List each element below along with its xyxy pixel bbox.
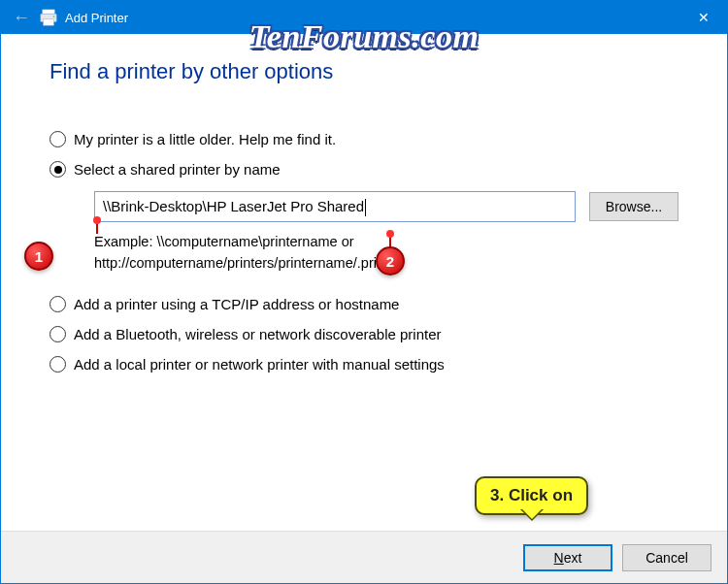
close-button[interactable]: ✕ bbox=[680, 1, 727, 34]
shared-printer-input-row: \\Brink-Desktop\HP LaserJet Pro Shared B… bbox=[94, 191, 678, 222]
radio-icon-selected[interactable] bbox=[50, 161, 66, 178]
option-label: Add a Bluetooth, wireless or network dis… bbox=[74, 326, 442, 342]
annotation-marker-1: 1 bbox=[24, 242, 53, 271]
browse-button[interactable]: Browse... bbox=[589, 192, 678, 221]
option-label: Add a printer using a TCP/IP address or … bbox=[74, 296, 399, 312]
option-label: My printer is a little older. Help me fi… bbox=[74, 131, 336, 147]
printer-path-input[interactable]: \\Brink-Desktop\HP LaserJet Pro Shared bbox=[94, 191, 576, 222]
window-title: Add Printer bbox=[65, 11, 128, 25]
back-arrow-icon[interactable]: ← bbox=[1, 1, 36, 34]
option-bluetooth[interactable]: Add a Bluetooth, wireless or network dis… bbox=[50, 326, 678, 342]
option-local-printer[interactable]: Add a local printer or network printer w… bbox=[50, 356, 678, 373]
content-area: Find a printer by other options My print… bbox=[1, 34, 727, 396]
annotation-pin-2 bbox=[389, 234, 391, 247]
radio-icon[interactable] bbox=[50, 296, 66, 312]
printer-path-value: \\Brink-Desktop\HP LaserJet Pro Shared bbox=[103, 198, 364, 214]
option-tcpip[interactable]: Add a printer using a TCP/IP address or … bbox=[50, 296, 678, 312]
next-label-rest: ext bbox=[564, 550, 582, 566]
svg-rect-2 bbox=[44, 19, 54, 25]
text-caret bbox=[365, 199, 366, 216]
printer-icon bbox=[38, 7, 59, 28]
annotation-pin-1 bbox=[96, 220, 98, 234]
option-label: Add a local printer or network printer w… bbox=[74, 356, 445, 373]
svg-rect-0 bbox=[43, 10, 55, 15]
svg-point-3 bbox=[53, 16, 55, 17]
option-label: Select a shared printer by name bbox=[74, 161, 281, 178]
radio-icon[interactable] bbox=[50, 356, 66, 373]
option-older-printer[interactable]: My printer is a little older. Help me fi… bbox=[50, 131, 678, 147]
footer-bar: Next Cancel bbox=[1, 531, 727, 583]
annotation-callout-3: 3. Click on bbox=[475, 476, 588, 515]
page-heading: Find a printer by other options bbox=[50, 59, 678, 84]
radio-icon[interactable] bbox=[50, 131, 66, 147]
radio-icon[interactable] bbox=[50, 326, 66, 342]
cancel-button[interactable]: Cancel bbox=[622, 544, 711, 571]
titlebar: ← Add Printer ✕ bbox=[1, 1, 727, 34]
next-button[interactable]: Next bbox=[523, 544, 612, 571]
option-shared-printer[interactable]: Select a shared printer by name bbox=[50, 161, 678, 178]
annotation-marker-2: 2 bbox=[376, 246, 405, 276]
